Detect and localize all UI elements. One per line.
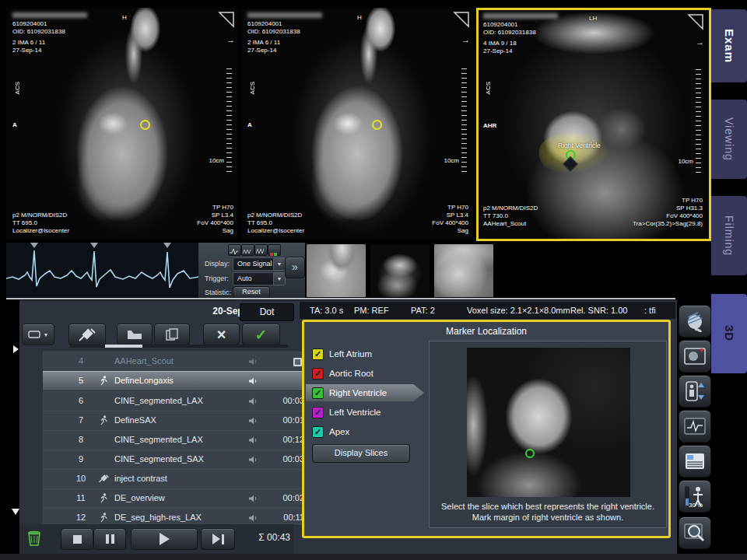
tab-exam[interactable]: Exam xyxy=(711,9,747,82)
speaker-icon xyxy=(248,358,258,367)
footer-right-4: Tra>Cor(35.2)>Sag(29.8) xyxy=(633,220,703,228)
patient-id: 6109204001 xyxy=(247,20,282,28)
patient-table-arrows-icon xyxy=(685,380,705,402)
queue-row-done[interactable]: 4 AAHeart_Scout xyxy=(43,352,309,372)
open-folder-button[interactable] xyxy=(117,324,153,345)
queue-row[interactable]: 6 CINE_segmented_LAX 00:03 xyxy=(43,391,309,411)
aortic-root-checkbox[interactable]: ✓ xyxy=(312,368,324,380)
orientation-top: LH xyxy=(589,15,597,23)
left-atrium-checkbox[interactable]: ✓ xyxy=(312,348,324,360)
protocol-list-button[interactable] xyxy=(679,445,711,478)
date-label: 27-Sep-14 xyxy=(247,47,276,54)
trigger-select[interactable]: Auto xyxy=(233,272,275,285)
aortic-root-label[interactable]: Aortic Root xyxy=(329,369,374,378)
slice-position-marker[interactable] xyxy=(140,120,150,130)
inject-contrast-tool-button[interactable] xyxy=(68,324,106,345)
corner-fold-icon[interactable] xyxy=(687,13,704,30)
display-select[interactable]: One Signal xyxy=(233,257,275,271)
scroll-down-arrow-icon[interactable] xyxy=(12,509,19,515)
right-ventricle-checkbox[interactable]: ✓ xyxy=(312,387,324,399)
viewport-3-selected[interactable]: 6109204001 OID: 61092031838 4 IMA 9 / 18… xyxy=(476,8,711,241)
ruler-scale-label: 10cm xyxy=(678,158,693,166)
apex-label[interactable]: Apex xyxy=(329,427,349,436)
scroll-position-arrow-icon[interactable] xyxy=(13,345,19,353)
queue-row-duration: 00:03 xyxy=(282,454,304,464)
queue-hscrollbar-thumb[interactable] xyxy=(105,345,142,348)
confirm-step-button[interactable]: ✓ xyxy=(242,324,280,345)
queue-hscrollbar-track[interactable] xyxy=(70,345,288,348)
ruler-scale-label: 10cm xyxy=(209,157,224,165)
queue-options-button[interactable]: ▼ xyxy=(22,324,54,345)
left-ventricle-label[interactable]: Left Ventricle xyxy=(329,408,381,417)
image-zoom-preview-button[interactable] xyxy=(679,516,711,549)
copy-protocol-button[interactable] xyxy=(154,324,190,345)
sar-level-button[interactable]: 30 % xyxy=(679,480,711,513)
signal-status-leds-button[interactable] xyxy=(268,244,281,256)
footer-left-3: AAHeart_Scout xyxy=(483,220,526,228)
dot-engine-button[interactable]: Dot xyxy=(240,303,294,321)
expand-physio-button[interactable]: » xyxy=(285,257,305,278)
bottom-strip xyxy=(0,554,747,560)
slice-position-marker[interactable] xyxy=(372,120,382,130)
ima-label: 2 IMA 6 / 11 xyxy=(247,39,280,47)
queue-row-duration: 00:11 xyxy=(283,513,304,522)
queue-row[interactable]: 9 CINE_segmented_SAX 00:03 xyxy=(43,450,309,470)
footer-right-2: SP L3.4 xyxy=(447,212,468,219)
reset-button[interactable]: Reset xyxy=(233,286,270,299)
signal-mode-button-3[interactable] xyxy=(254,244,268,256)
status-pm: PM: REF xyxy=(354,306,389,315)
footer-right-4: Sag xyxy=(458,227,468,235)
trigger-marker-icon xyxy=(90,243,98,248)
physio-display-button[interactable] xyxy=(679,410,711,443)
patient-registration-button[interactable] xyxy=(679,375,711,408)
queue-row[interactable]: 7 DefineSAX 00:01 xyxy=(43,411,309,431)
corner-fold-icon[interactable] xyxy=(218,11,235,28)
queue-row-number: 11 xyxy=(72,493,89,502)
inline-display-button[interactable] xyxy=(679,340,711,373)
thumbnail-image-1[interactable] xyxy=(307,244,366,297)
stop-button[interactable] xyxy=(61,528,93,550)
left-atrium-label[interactable]: Left Atrium xyxy=(329,349,372,359)
left-ventricle-checkbox[interactable]: ✓ xyxy=(312,407,324,418)
apex-checkbox[interactable]: ✓ xyxy=(312,426,324,438)
signal-mode-button-1[interactable] xyxy=(228,244,241,256)
orientation-letter: AHR xyxy=(483,122,496,130)
thumbnail-image-2[interactable] xyxy=(370,244,430,297)
status-snr: Rel. SNR: 1.00 xyxy=(570,306,627,315)
tab-filming[interactable]: Filming xyxy=(711,196,747,275)
next-image-arrow-icon[interactable]: → xyxy=(226,36,235,44)
tab-3d[interactable]: 3D xyxy=(711,294,747,373)
strip-divider xyxy=(6,298,675,299)
next-image-arrow-icon[interactable]: → xyxy=(461,36,470,44)
corner-fold-icon[interactable] xyxy=(453,11,470,28)
next-image-arrow-icon[interactable]: → xyxy=(696,38,704,46)
display-select-arrow-icon[interactable]: ▼ xyxy=(273,257,286,271)
viewport-1[interactable]: 6109204001 OID: 61092031838 2 IMA 6 / 11… xyxy=(6,8,238,240)
skip-to-end-button[interactable] xyxy=(201,528,235,550)
display-slices-button[interactable]: Display Slices xyxy=(312,444,410,463)
viewport-2[interactable]: 6109204001 OID: 61092031838 2 IMA 6 / 11… xyxy=(241,8,473,240)
cancel-step-button[interactable]: × xyxy=(203,324,240,345)
status-bar: TA: 3.0 s PM: REF PAT: 2 Voxel size: 2.1… xyxy=(300,302,675,319)
pause-button[interactable] xyxy=(93,528,126,550)
queue-row[interactable]: 8 CINE_segmented_LAX 00:12 xyxy=(43,430,309,450)
speaker-icon xyxy=(248,495,258,504)
footer-right-3: FoV 400*400 xyxy=(432,219,468,227)
queue-row-selected[interactable]: 5 DefineLongaxis xyxy=(43,371,320,391)
queue-row[interactable]: 10 inject contrast xyxy=(43,469,309,489)
play-button[interactable] xyxy=(131,528,198,550)
thumbnail-image-3[interactable] xyxy=(434,244,493,297)
queue-row[interactable]: 12 DE_seg_high-res_LAX 00:11 xyxy=(43,508,309,526)
head-slice-positioning-button[interactable] xyxy=(679,305,711,338)
head-window-icon xyxy=(684,346,706,366)
queue-row-number: 5 xyxy=(72,376,89,385)
right-ventricle-label[interactable]: Right Ventricle xyxy=(329,388,387,397)
discard-trash-button[interactable] xyxy=(23,527,45,549)
trigger-select-arrow-icon[interactable]: ▼ xyxy=(273,272,286,285)
tab-viewing[interactable]: Viewing xyxy=(711,100,747,179)
queue-row-number: 6 xyxy=(72,396,89,405)
check-icon: ✓ xyxy=(314,369,321,378)
queue-row[interactable]: 11 DE_overview 00:02 xyxy=(43,488,309,509)
signal-mode-button-2[interactable] xyxy=(241,244,254,256)
queue-row-name: CINE_segmented_LAX xyxy=(114,435,203,444)
